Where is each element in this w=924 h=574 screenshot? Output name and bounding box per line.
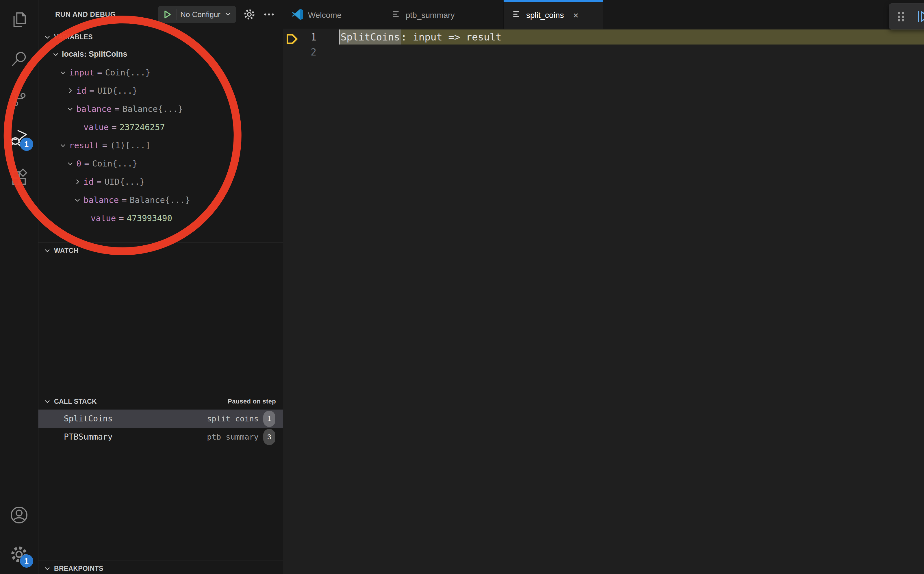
variable-value: Balance{...}: [123, 104, 183, 114]
variable-name: value: [91, 213, 116, 223]
tab-label: split_coins: [526, 11, 564, 20]
variable-name: value: [83, 122, 109, 132]
variable-name: input: [69, 68, 94, 77]
settings-button[interactable]: 1: [0, 535, 38, 574]
sidebar-item-search[interactable]: [0, 39, 38, 79]
call-stack-header[interactable]: CALL STACK Paused on step: [38, 393, 283, 410]
config-dropdown[interactable]: No Configur: [180, 10, 220, 19]
variable-row[interactable]: balance = Balance{...}: [38, 100, 283, 118]
chevron-down-icon[interactable]: [66, 105, 74, 113]
debug-current-line[interactable]: SplitCoins: input => result: [339, 30, 924, 44]
variable-name: 0: [76, 159, 81, 169]
breakpoints-section: BREAKPOINTS: [38, 560, 283, 574]
current-frame-arrow-icon: [285, 33, 299, 47]
watch-section: WATCH: [38, 242, 283, 393]
editor-area: Welcome ptb_summary split_coins ×: [283, 0, 924, 574]
variable-row[interactable]: balance = Balance{...}: [38, 191, 283, 209]
breakpoints-label: BREAKPOINTS: [54, 565, 104, 572]
sidebar-item-extensions[interactable]: [0, 157, 38, 197]
toolbar-grip-icon[interactable]: [896, 9, 907, 24]
extensions-icon: [10, 168, 28, 186]
variables-section: VARIABLES locals: SplitCoins input = Coi…: [38, 29, 283, 242]
close-icon[interactable]: ×: [573, 11, 579, 20]
equals-sign: =: [114, 104, 120, 114]
stack-frame[interactable]: PTBSummary ptb_summary 3: [38, 428, 283, 446]
files-icon: [10, 11, 28, 28]
variable-row[interactable]: result = (1)[...]: [38, 136, 283, 155]
chevron-down-icon[interactable]: [74, 196, 81, 204]
variable-row[interactable]: value = 473993490: [38, 209, 283, 227]
source-control-icon: [10, 89, 28, 107]
tab-label: ptb_summary: [406, 11, 455, 20]
equals-sign: =: [118, 213, 124, 223]
variable-value: (1)[...]: [110, 140, 151, 150]
variable-value: Coin{...}: [105, 68, 151, 77]
start-debug-button[interactable]: [162, 7, 173, 22]
tab-split-coins[interactable]: split_coins ×: [504, 0, 603, 28]
line-number: 2: [311, 47, 316, 58]
frame-name: SplitCoins: [64, 414, 113, 423]
chevron-down-icon[interactable]: [52, 50, 60, 58]
variable-row[interactable]: id = UID{...}: [38, 82, 283, 100]
variables-label: VARIABLES: [54, 33, 93, 41]
account-button[interactable]: [0, 495, 38, 535]
config-separator: [176, 9, 177, 20]
equals-sign: =: [96, 68, 102, 77]
sidebar-title: RUN AND DEBUG: [55, 10, 152, 19]
equals-sign: =: [96, 177, 102, 187]
variables-header[interactable]: VARIABLES: [38, 29, 283, 45]
equals-sign: =: [121, 195, 127, 205]
pause-status: Paused on step: [228, 398, 276, 405]
code-editor[interactable]: 1 SplitCoins: input => result 2: [283, 29, 924, 574]
variable-value: Coin{...}: [92, 159, 137, 169]
breakpoints-header[interactable]: BREAKPOINTS: [38, 560, 283, 574]
tab-label: Welcome: [308, 11, 342, 20]
variable-row[interactable]: locals: SplitCoins: [38, 45, 283, 63]
chevron-right-icon[interactable]: [66, 87, 74, 95]
chevron-down-icon[interactable]: [59, 69, 67, 76]
more-actions-icon[interactable]: [263, 7, 275, 22]
stack-frame[interactable]: SplitCoins split_coins 1: [38, 410, 283, 428]
variable-value: UID{...}: [97, 86, 137, 96]
line-number: 1: [311, 32, 316, 43]
variable-row[interactable]: input = Coin{...}: [38, 63, 283, 82]
variable-value: 473993490: [127, 213, 172, 223]
editor-line[interactable]: 1 SplitCoins: input => result: [283, 30, 924, 44]
editor-line[interactable]: 2: [283, 44, 924, 60]
sidebar-item-explorer[interactable]: [0, 0, 38, 39]
chevron-down-icon[interactable]: [59, 142, 67, 149]
tab-welcome[interactable]: Welcome: [283, 0, 383, 28]
chevron-down-icon: [44, 33, 51, 41]
code-keyword: SplitCoins: [341, 31, 400, 43]
variable-row[interactable]: 0 = Coin{...}: [38, 155, 283, 173]
sidebar-header: RUN AND DEBUG No Configur: [38, 0, 283, 29]
search-icon: [10, 50, 28, 68]
equals-sign: =: [83, 159, 90, 169]
equals-sign: =: [111, 122, 117, 132]
equals-sign: =: [89, 86, 95, 96]
editor-gutter[interactable]: 1: [283, 32, 339, 43]
watch-header[interactable]: WATCH: [38, 243, 283, 259]
editor-gutter[interactable]: 2: [283, 47, 339, 58]
continue-button[interactable]: [916, 9, 924, 24]
debug-toolbar: [889, 3, 924, 30]
frame-name: PTBSummary: [64, 432, 113, 442]
variable-name: id: [76, 86, 87, 96]
variable-row[interactable]: id = UID{...}: [38, 173, 283, 191]
variable-name: balance: [76, 104, 112, 114]
chevron-right-icon[interactable]: [74, 178, 81, 186]
chevron-down-icon: [44, 565, 51, 572]
debug-settings-gear-icon[interactable]: [242, 7, 257, 22]
sidebar-item-source-control[interactable]: [0, 79, 38, 118]
chevron-down-icon[interactable]: [66, 160, 74, 167]
variable-value: UID{...}: [104, 177, 145, 187]
frame-line-badge: 3: [263, 429, 275, 445]
list-icon: [391, 9, 401, 21]
chevron-down-icon[interactable]: [224, 10, 232, 19]
run-and-debug-sidebar: RUN AND DEBUG No Configur: [38, 0, 283, 574]
variable-row[interactable]: value = 237246257: [38, 118, 283, 136]
variable-value: Balance{...}: [130, 195, 190, 205]
variable-name: result: [69, 140, 99, 150]
tab-ptb-summary[interactable]: ptb_summary: [383, 0, 504, 28]
sidebar-item-run-and-debug[interactable]: 1: [0, 118, 38, 157]
